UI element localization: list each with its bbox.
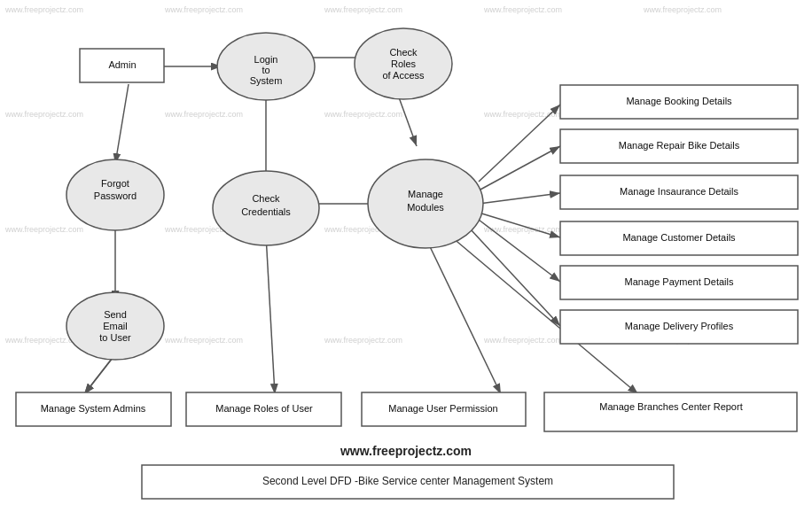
watermark: www.freeprojectz.com xyxy=(4,5,83,14)
watermark: www.freeprojectz.com xyxy=(4,110,83,119)
send-email-label2: Email xyxy=(103,321,128,331)
check-roles-label1: Check xyxy=(389,47,418,58)
watermark: www.freeprojectz.com xyxy=(324,336,402,345)
svg-line-15 xyxy=(426,237,501,394)
login-label2: to xyxy=(262,65,269,75)
watermark: www.freeprojectz.com xyxy=(483,336,562,345)
forgot-label2: Password xyxy=(94,190,137,201)
svg-line-10 xyxy=(479,146,560,190)
forgot-label1: Forgot xyxy=(101,178,129,189)
watermark: www.freeprojectz.com xyxy=(4,225,83,234)
manage-roles-label: Manage Roles of User xyxy=(215,403,313,414)
check-cred-label1: Check xyxy=(252,193,280,204)
send-email-label3: to User xyxy=(99,332,131,343)
svg-line-14 xyxy=(470,229,560,326)
watermark: www.freeprojectz.com xyxy=(483,5,562,14)
diagram-container: www.freeprojectz.com www.freeprojectz.co… xyxy=(0,0,812,520)
watermark: www.freeprojectz.com xyxy=(164,5,243,14)
svg-line-11 xyxy=(479,193,560,204)
send-email-label1: Send xyxy=(104,309,127,320)
check-cred-label2: Credentials xyxy=(241,206,291,217)
watermark: www.freeprojectz.com xyxy=(324,110,402,119)
manage-branches-box xyxy=(544,392,797,431)
check-roles-label2: Roles xyxy=(391,58,417,69)
svg-line-18 xyxy=(84,354,115,394)
manage-modules-label2: Modules xyxy=(407,202,444,213)
svg-line-3 xyxy=(115,84,129,164)
watermark: www.freeprojectz.com xyxy=(164,110,243,119)
manage-delivery-label: Manage Delivery Profiles xyxy=(625,321,734,331)
manage-booking-label: Manage Booking Details xyxy=(626,96,732,106)
manage-user-permission-label: Manage User Permission xyxy=(388,403,498,414)
watermark: www.freeprojectz.com xyxy=(164,336,243,345)
subtitle-label: Second Level DFD -Bike Service center Ma… xyxy=(262,475,553,487)
watermark: www.freeprojectz.com xyxy=(643,5,722,14)
login-label3: System xyxy=(250,75,283,86)
manage-customer-label: Manage Customer Details xyxy=(622,232,736,243)
svg-line-17 xyxy=(266,235,275,394)
manage-insaurance-label: Manage Insaurance Details xyxy=(620,186,738,197)
svg-line-7 xyxy=(399,97,417,146)
website-footer: www.freeprojectz.com xyxy=(340,444,472,458)
manage-payment-label: Manage Payment Details xyxy=(625,276,734,287)
login-label: Login xyxy=(254,54,278,65)
check-roles-label3: of Access xyxy=(382,70,425,81)
manage-repair-label: Manage Repair Bike Details xyxy=(619,140,740,151)
manage-branches-label1: Manage Branches Center Report xyxy=(599,401,742,412)
admin-label: Admin xyxy=(108,59,136,70)
manage-modules-label1: Manage xyxy=(408,189,443,199)
watermark: www.freeprojectz.com xyxy=(324,5,402,14)
manage-system-admins-label: Manage System Admins xyxy=(41,403,146,414)
